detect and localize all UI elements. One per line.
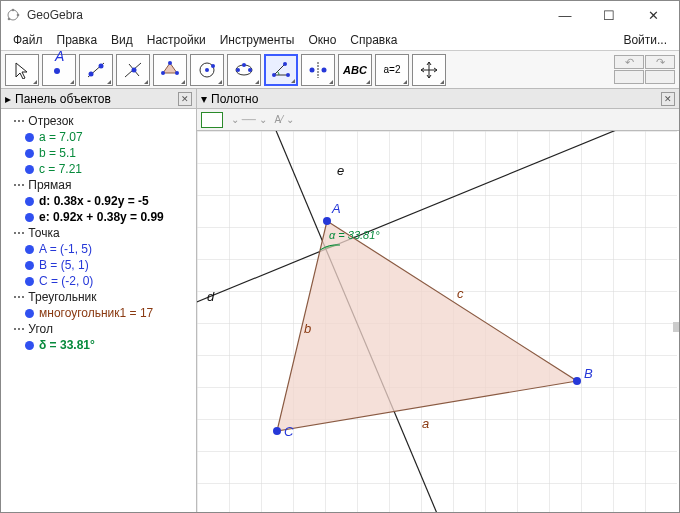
svg-point-24 — [283, 62, 287, 66]
app-icon — [5, 7, 21, 23]
sidebar-header[interactable]: ▸ Панель объектов ✕ — [1, 89, 196, 109]
group-point[interactable]: ⋯ Точка — [13, 225, 192, 241]
label-b[interactable]: b — [304, 321, 311, 336]
svg-point-14 — [161, 71, 165, 75]
svg-point-17 — [211, 64, 215, 68]
svg-point-27 — [322, 67, 327, 72]
group-triangle[interactable]: ⋯ Треугольник — [13, 289, 192, 305]
close-canvas-icon[interactable]: ✕ — [661, 92, 675, 106]
canvas[interactable]: A B C a b c d e α = 33.81° — [197, 131, 679, 512]
close-button[interactable]: ✕ — [631, 2, 675, 28]
label-e[interactable]: e — [337, 163, 344, 178]
collapse-icon[interactable]: ▾ — [201, 92, 207, 106]
svg-point-10 — [132, 67, 137, 72]
group-line[interactable]: ⋯ Прямая — [13, 177, 192, 193]
group-angle[interactable]: ⋯ Угол — [13, 321, 192, 337]
tool-reflect[interactable] — [301, 54, 335, 86]
tool-angle[interactable] — [264, 54, 298, 86]
grid-toggle[interactable] — [201, 112, 223, 128]
group-segment[interactable]: ⋯ Отрезок — [13, 113, 192, 129]
titlebar: GeoGebra — ☐ ✕ — [1, 1, 679, 29]
redo-button[interactable]: ↷ — [645, 55, 675, 69]
item-a[interactable]: a = 7.07 — [25, 129, 192, 145]
tool-polygon[interactable] — [153, 54, 187, 86]
label-c[interactable]: c — [457, 286, 464, 301]
collapse-icon[interactable]: ▸ — [5, 92, 11, 106]
item-B[interactable]: B = (5, 1) — [25, 257, 192, 273]
minimize-button[interactable]: — — [543, 2, 587, 28]
item-e[interactable]: e: 0.92x + 0.38y = 0.99 — [25, 209, 192, 225]
item-b[interactable]: b = 5.1 — [25, 145, 192, 161]
undo2-button[interactable] — [614, 70, 644, 84]
svg-point-23 — [286, 73, 290, 77]
svg-point-4 — [54, 68, 60, 74]
svg-point-19 — [236, 68, 240, 72]
svg-point-26 — [310, 67, 315, 72]
menu-window[interactable]: Окно — [302, 31, 342, 49]
svg-point-33 — [573, 377, 581, 385]
label-d[interactable]: d — [207, 289, 214, 304]
svg-point-2 — [17, 14, 20, 17]
login-link[interactable]: Войти... — [617, 31, 673, 49]
label-B[interactable]: B — [584, 366, 593, 381]
drawing[interactable] — [197, 131, 677, 512]
menu-view[interactable]: Вид — [105, 31, 139, 49]
menu-edit[interactable]: Правка — [51, 31, 104, 49]
item-c[interactable]: c = 7.21 — [25, 161, 192, 177]
label-C[interactable]: C — [284, 424, 293, 439]
menu-tools[interactable]: Инструменты — [214, 31, 301, 49]
svg-point-1 — [12, 9, 15, 12]
tool-perpendicular[interactable] — [116, 54, 150, 86]
tool-line[interactable] — [79, 54, 113, 86]
canvas-title: Полотно — [211, 92, 258, 106]
menu-file[interactable]: Файл — [7, 31, 49, 49]
item-A[interactable]: A = (-1, 5) — [25, 241, 192, 257]
tool-circle[interactable] — [190, 54, 224, 86]
app-title: GeoGebra — [27, 8, 543, 22]
object-tree[interactable]: ⋯ Отрезок a = 7.07 b = 5.1 c = 7.21 ⋯ Пр… — [1, 109, 196, 512]
canvas-header[interactable]: ▾ Полотно ✕ — [197, 89, 679, 109]
undo-button[interactable]: ↶ — [614, 55, 644, 69]
item-C[interactable]: C = (-2, 0) — [25, 273, 192, 289]
toolbar: A ABC a=2 ↶↷ — [1, 51, 679, 89]
redo2-button[interactable] — [645, 70, 675, 84]
toolbar-sep: ⌄ ── ⌄ A∕ ⌄ — [231, 114, 294, 125]
svg-point-32 — [323, 217, 331, 225]
label-a[interactable]: a — [422, 416, 429, 431]
item-delta[interactable]: δ = 33.81° — [25, 337, 192, 353]
tool-point[interactable]: A — [42, 54, 76, 86]
scroll-indicator[interactable] — [673, 322, 679, 332]
svg-point-3 — [8, 18, 11, 21]
tool-slider[interactable]: a=2 — [375, 54, 409, 86]
svg-point-7 — [99, 63, 104, 68]
close-panel-icon[interactable]: ✕ — [178, 92, 192, 106]
tool-move[interactable] — [5, 54, 39, 86]
canvas-toolbar: ⌄ ── ⌄ A∕ ⌄ — [197, 109, 679, 131]
svg-point-20 — [248, 68, 252, 72]
tool-conic[interactable] — [227, 54, 261, 86]
svg-point-13 — [175, 71, 179, 75]
sidebar-title: Панель объектов — [15, 92, 111, 106]
svg-point-12 — [168, 61, 172, 65]
svg-point-6 — [89, 71, 94, 76]
undo-redo-panel: ↶↷ — [614, 55, 675, 84]
tool-text[interactable]: ABC — [338, 54, 372, 86]
sidebar: ▸ Панель объектов ✕ ⋯ Отрезок a = 7.07 b… — [1, 89, 197, 512]
svg-point-21 — [242, 63, 246, 67]
svg-point-22 — [272, 73, 276, 77]
menubar: Файл Правка Вид Настройки Инструменты Ок… — [1, 29, 679, 51]
label-A[interactable]: A — [332, 201, 341, 216]
menu-help[interactable]: Справка — [344, 31, 403, 49]
tool-move-canvas[interactable] — [412, 54, 446, 86]
svg-point-34 — [273, 427, 281, 435]
item-poly1[interactable]: многоугольник1 = 17 — [25, 305, 192, 321]
menu-settings[interactable]: Настройки — [141, 31, 212, 49]
label-angle[interactable]: α = 33.81° — [329, 229, 380, 241]
item-d[interactable]: d: 0.38x - 0.92y = -5 — [25, 193, 192, 209]
maximize-button[interactable]: ☐ — [587, 2, 631, 28]
svg-point-16 — [205, 68, 209, 72]
